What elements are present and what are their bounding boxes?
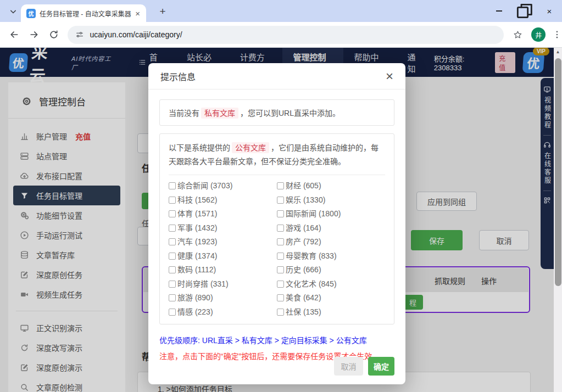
category-grid: 综合新闻 (3703)财经 (605)科技 (1562)娱乐 (1330)体育 … [169,182,385,316]
new-tab-button[interactable]: + [155,4,170,19]
browser-toolbar: ucaiyun.com/caiji/category/ 井 [0,22,562,48]
browser-menu-icon[interactable] [552,30,562,40]
dialog-confirm-button[interactable]: 确定 [368,357,394,376]
dialog-footer: 取消 确定 [334,357,394,376]
category-checkbox[interactable] [169,210,176,217]
app-page: 优 采云 AI时代内容工厂 首页站长必读计费方式管理控制台帮助中心通知 积分余额… [0,48,562,392]
category-option[interactable]: 科技 (1562) [169,196,277,204]
category-option[interactable]: 娱乐 (1330) [277,196,385,204]
category-checkbox[interactable] [277,210,284,217]
category-label: 历史 (666) [286,266,321,274]
category-checkbox[interactable] [169,309,176,316]
private-library-alert: 当前没有私有文库，您可以到URL直采中添加。 [159,99,394,126]
reload-icon[interactable] [48,29,59,40]
tab-favicon: 优 [26,9,36,18]
category-checkbox[interactable] [169,238,176,245]
category-label: 旅游 (890) [177,294,213,302]
category-option[interactable]: 时尚穿搭 (331) [169,280,277,288]
category-label: 财经 (605) [286,182,321,190]
browser-tab[interactable]: 优 任务目标管理 - 自动文章采集器 × [21,4,146,22]
dialog-tip-info: 提示信息 × 当前没有私有文库，您可以到URL直采中添加。 以下是系统提供的公有… [148,63,405,384]
forward-icon[interactable] [29,29,40,40]
public-library-box: 以下是系统提供的公有文库，它们是由系统自动维护的，每天跟踪各大平台最新文章，但不… [159,133,394,324]
category-option[interactable]: 母婴教育 (833) [277,252,385,260]
category-option[interactable]: 美食 (642) [277,294,385,302]
category-checkbox[interactable] [277,266,284,273]
category-label: 时尚穿搭 (331) [177,280,229,288]
alert-text: 当前没有 [169,109,199,117]
category-checkbox[interactable] [277,225,284,232]
category-label: 军事 (1432) [177,224,217,232]
category-label: 社保 (135) [286,308,321,316]
category-checkbox[interactable] [169,294,176,301]
category-option[interactable]: 旅游 (890) [169,294,277,302]
category-option[interactable]: 健康 (1374) [169,252,277,260]
category-option[interactable]: 游戏 (164) [277,224,385,232]
dialog-close-icon[interactable]: × [386,71,393,82]
category-checkbox[interactable] [277,309,284,316]
tab-search-chevron-icon[interactable] [8,6,19,17]
category-label: 游戏 (164) [286,224,321,232]
dialog-cancel-button[interactable]: 取消 [334,357,363,376]
category-label: 健康 (1374) [177,252,217,260]
tab-close-icon[interactable]: × [133,9,142,18]
url-bar[interactable]: ucaiyun.com/caiji/category/ [68,26,503,44]
category-label: 美食 (642) [286,294,321,302]
window-controls: × [486,0,562,22]
category-option[interactable]: 社保 (135) [277,308,385,316]
public-library-description: 以下是系统提供的公有文库，它们是由系统自动维护的，每天跟踪各大平台最新文章，但不… [169,141,385,169]
minimize-button[interactable] [486,0,511,22]
scroll-up-arrow-icon[interactable]: ▲ [554,48,562,57]
category-checkbox[interactable] [277,281,284,288]
category-checkbox[interactable] [277,197,284,204]
divider [169,175,385,175]
category-checkbox[interactable] [277,253,284,260]
category-label: 汽车 (1923) [177,238,217,246]
category-checkbox[interactable] [169,266,176,273]
tab-title: 任务目标管理 - 自动文章采集器 [40,9,133,18]
category-option[interactable]: 文化艺术 (845) [277,280,385,288]
category-checkbox[interactable] [169,253,176,260]
site-settings-icon[interactable] [75,30,84,39]
category-checkbox[interactable] [277,294,284,301]
category-label: 体育 (1571) [177,210,217,218]
category-checkbox[interactable] [277,238,284,245]
category-checkbox[interactable] [169,281,176,288]
dialog-body: 当前没有私有文库，您可以到URL直采中添加。 以下是系统提供的公有文库，它们是由… [148,89,405,361]
url-text: ucaiyun.com/caiji/category/ [90,30,182,39]
category-label: 母婴教育 (833) [286,252,337,260]
category-label: 综合新闻 (3703) [177,182,232,190]
category-label: 娱乐 (1330) [286,196,325,204]
category-option[interactable]: 综合新闻 (3703) [169,182,277,190]
alert-text: ，您可以到URL直采中添加。 [240,109,340,117]
category-label: 房产 (792) [286,238,321,246]
back-icon[interactable] [9,29,20,40]
category-option[interactable]: 国际新闻 (1800) [277,210,385,218]
browser-profile-avatar[interactable]: 井 [531,27,546,42]
page-scrollbar[interactable]: ▲ [554,48,562,392]
info-text: 以下是系统提供的 [169,143,230,152]
category-label: 数码 (1112) [177,266,216,274]
category-option[interactable]: 体育 (1571) [169,210,277,218]
category-option[interactable]: 情感 (223) [169,308,277,316]
window-close-button[interactable]: × [537,0,562,22]
category-option[interactable]: 汽车 (1923) [169,238,277,246]
category-checkbox[interactable] [169,225,176,232]
category-checkbox[interactable] [169,197,176,204]
category-option[interactable]: 军事 (1432) [169,224,277,232]
category-checkbox[interactable] [277,182,284,189]
category-label: 科技 (1562) [177,196,217,204]
scrollbar-thumb[interactable] [555,58,561,286]
category-option[interactable]: 财经 (605) [277,182,385,190]
category-label: 文化艺术 (845) [286,280,337,288]
category-checkbox[interactable] [169,182,176,189]
category-option[interactable]: 数码 (1112) [169,266,277,274]
category-option[interactable]: 房产 (792) [277,238,385,246]
restore-button[interactable] [511,0,537,22]
category-label: 情感 (223) [177,308,213,316]
public-library-highlight: 公有文库 [232,142,269,153]
screen: 优 任务目标管理 - 自动文章采集器 × + × ucaiyun.com/cai… [0,0,562,392]
bookmark-star-icon[interactable] [513,30,523,40]
category-option[interactable]: 历史 (666) [277,266,385,274]
priority-note: 优先级顺序: URL直采 > 私有文库 > 定向目标采集 > 公有文库 [159,334,394,345]
